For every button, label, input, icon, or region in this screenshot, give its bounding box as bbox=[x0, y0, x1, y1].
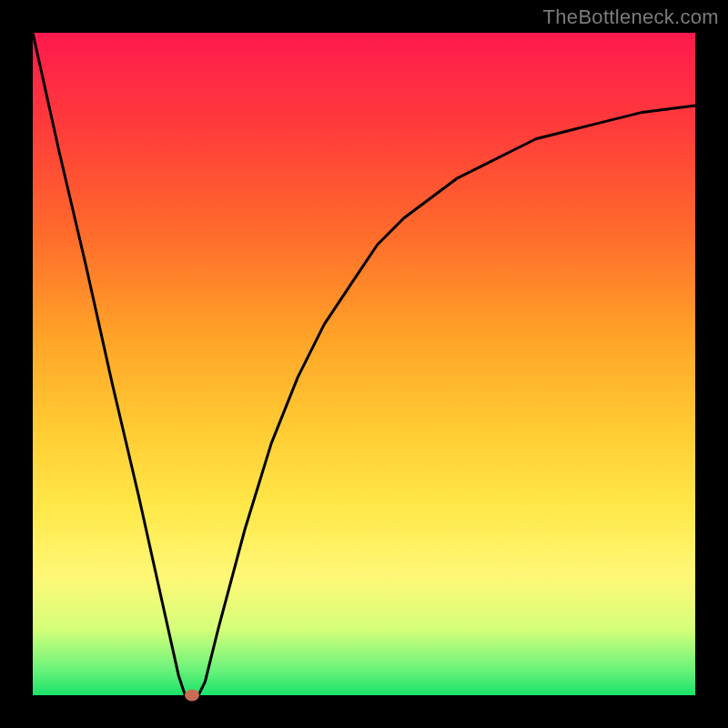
bottleneck-curve bbox=[33, 33, 695, 695]
curve-path bbox=[33, 33, 695, 695]
optimum-marker bbox=[185, 690, 199, 702]
chart-stage: TheBottleneck.com bbox=[0, 0, 728, 728]
attribution-label: TheBottleneck.com bbox=[543, 5, 719, 29]
plot-area bbox=[33, 33, 695, 695]
